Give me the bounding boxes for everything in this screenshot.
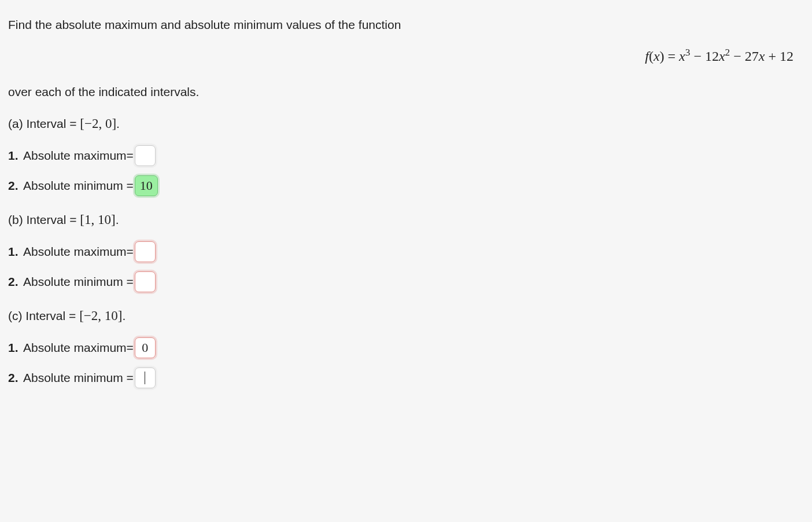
part-c-max-input[interactable]: 0 (135, 337, 156, 358)
question-page: Find the absolute maximum and absolute m… (0, 0, 812, 406)
part-c-max-label: Absolute maximum= (23, 341, 134, 355)
part-c-interval: [−2, 10] (79, 308, 122, 323)
part-b-interval: [1, 10] (80, 212, 115, 227)
prompt-line-2: over each of the indicated intervals. (8, 85, 804, 99)
part-b-max-label: Absolute maximum= (23, 245, 134, 259)
text-cursor-icon (145, 372, 145, 384)
part-b-min-input[interactable] (135, 271, 156, 292)
part-b-max-row: 1. Absolute maximum= (8, 241, 804, 262)
list-number-2: 2. (8, 275, 23, 289)
function-equation: f(x) = x3 − 12x2 − 27x + 12 (8, 47, 804, 64)
part-a-period: . (116, 117, 120, 130)
part-b-period: . (116, 213, 119, 226)
part-c-min-input[interactable] (135, 367, 156, 388)
part-a-max-input[interactable] (135, 145, 156, 166)
part-a-max-row: 1. Absolute maximum= (8, 145, 804, 166)
part-a-min-row: 2. Absolute minimum = 10 (8, 175, 804, 196)
part-a-max-label: Absolute maximum= (23, 149, 134, 163)
part-c-label: (c) Interval = [−2, 10]. (8, 308, 804, 324)
part-b-label: (b) Interval = [1, 10]. (8, 212, 804, 227)
part-a-min-label: Absolute minimum = (23, 179, 134, 193)
part-b-prefix: (b) Interval = (8, 213, 80, 226)
part-a-label: (a) Interval = [−2, 0]. (8, 116, 804, 131)
part-b-min-label: Absolute minimum = (23, 275, 134, 289)
prompt-line-1: Find the absolute maximum and absolute m… (8, 16, 804, 33)
part-a-prefix: (a) Interval = (8, 117, 80, 130)
part-a-min-input[interactable]: 10 (135, 175, 158, 196)
part-c-period: . (122, 309, 126, 322)
part-b-max-input[interactable] (135, 241, 156, 262)
part-c-max-row: 1. Absolute maximum= 0 (8, 337, 804, 358)
list-number-1: 1. (8, 149, 23, 163)
part-b-min-row: 2. Absolute minimum = (8, 271, 804, 292)
list-number-2: 2. (8, 371, 23, 385)
list-number-1: 1. (8, 341, 23, 355)
list-number-2: 2. (8, 179, 23, 193)
part-c-prefix: (c) Interval = (8, 309, 79, 322)
part-c-min-row: 2. Absolute minimum = (8, 367, 804, 388)
part-c-min-label: Absolute minimum = (23, 371, 134, 385)
list-number-1: 1. (8, 245, 23, 259)
part-a-interval: [−2, 0] (80, 116, 116, 131)
